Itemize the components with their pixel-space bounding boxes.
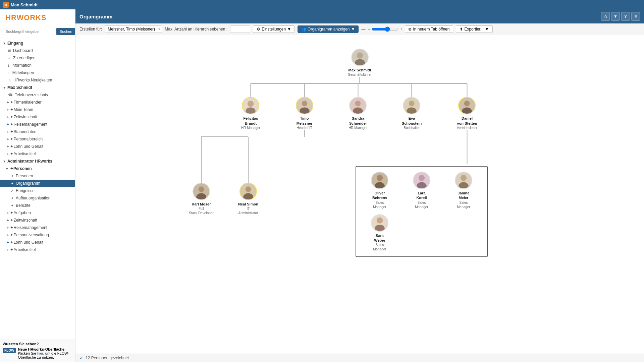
sidebar-section-eingang[interactable]: ▼ Eingang bbox=[0, 40, 75, 47]
org-node-eva[interactable]: EvaSchönstein Buchhalter bbox=[392, 97, 432, 130]
sidebar-item-mitteilungen[interactable]: □Mitteilungen bbox=[0, 69, 75, 76]
mein-team-icon: ✦ bbox=[10, 107, 13, 112]
org-node-oliver[interactable]: OliverBehrens SalesManager bbox=[361, 172, 398, 209]
org-node-lara[interactable]: LaraKorell SalesManager bbox=[403, 172, 440, 209]
svg-point-19 bbox=[199, 186, 204, 192]
sidebar-item-arbeitsmittel[interactable]: + ✦Arbeitsmittel bbox=[0, 150, 75, 158]
sidebar-item-lohn-gehalt[interactable]: + ✦Lohn und Gehalt bbox=[0, 143, 75, 150]
sidebar-item-hrworks-neuigkeiten[interactable]: ☆HRworks Neuigkeiten bbox=[0, 76, 75, 84]
org-node-felicitas[interactable]: FelicitasBrandt HR Manager bbox=[231, 97, 271, 130]
node-card-sandra[interactable]: SandraSchneider HR Manager bbox=[348, 97, 368, 130]
node-card-daniel[interactable]: Danielvon Stetten Vertriebsleiter bbox=[457, 97, 477, 130]
sidebar-subsection-personen[interactable]: ▼ ✦Personen bbox=[0, 165, 75, 172]
sidebar-item-reisemanagement-admin[interactable]: + ✦Reisemanagement bbox=[0, 224, 75, 231]
personalv-icon: ✦ bbox=[10, 233, 13, 237]
sidebar-item-aufgaben[interactable]: + ✦Aufgaben bbox=[0, 209, 75, 217]
max-arrow-icon: ▼ bbox=[3, 86, 6, 89]
node-card-lara[interactable]: LaraKorell SalesManager bbox=[413, 172, 430, 209]
avatar-neal bbox=[239, 183, 257, 200]
einstellungen-button[interactable]: ⚙ Einstellungen ▼ bbox=[253, 25, 295, 33]
personal-plus-icon: + bbox=[7, 137, 9, 141]
sidebar-item-lohn-gehalt-admin[interactable]: + ✦Lohn und Gehalt bbox=[0, 239, 75, 246]
zoom-slider[interactable] bbox=[372, 26, 398, 32]
sidebar-item-firmenkalender[interactable]: + ✦Firmenkalender bbox=[0, 99, 75, 106]
search-input[interactable] bbox=[3, 28, 55, 35]
node-title-oliver: SalesManager bbox=[373, 200, 386, 209]
node-card-neal[interactable]: Neal Simon ITAdministrator bbox=[238, 183, 258, 215]
lohn-icon: ✦ bbox=[10, 144, 13, 149]
org-node-timo[interactable]: TimoMeissner Head of IT bbox=[284, 97, 325, 130]
svg-point-28 bbox=[419, 175, 425, 181]
sidebar-item-zeitwirtschaft[interactable]: + ✦Zeitwirtschaft bbox=[0, 113, 75, 121]
node-card-karl[interactable]: Karl Moser FullStack Developer bbox=[189, 183, 213, 215]
flow-link[interactable]: hier bbox=[37, 351, 43, 355]
node-card-oliver[interactable]: OliverBehrens SalesManager bbox=[371, 172, 388, 209]
avatar-svg-sara bbox=[372, 214, 388, 232]
sidebar-subitem-aufbauorganisation[interactable]: ✦Aufbauorganisation bbox=[0, 194, 75, 202]
node-card-max[interactable]: Max Schmidt Geschäftsführer bbox=[348, 49, 372, 77]
node-name-sandra: SandraSchneider bbox=[349, 116, 367, 126]
org-node-janine[interactable]: JanineMeier SalesManager bbox=[445, 172, 482, 209]
avatar-sara bbox=[371, 214, 388, 232]
erstellen-label: Erstellen für: bbox=[79, 27, 102, 32]
node-card-eva[interactable]: EvaSchönstein Buchhalter bbox=[402, 97, 422, 130]
daniel-reports-group: OliverBehrens SalesManager bbox=[356, 166, 488, 257]
sidebar-item-reisemanagement[interactable]: + ✦Reisemanagement bbox=[0, 121, 75, 128]
search-button[interactable]: Suchen bbox=[56, 28, 75, 35]
sidebar-item-stammdaten[interactable]: + ✦Stammdaten bbox=[0, 128, 75, 135]
org-node-daniel[interactable]: Danielvon Stetten Vertriebsleiter bbox=[445, 97, 489, 130]
sidebar-item-telefonverzeichnis[interactable]: ☎Telefonverzeichnis bbox=[0, 91, 75, 99]
org-node-sandra[interactable]: SandraSchneider HR Manager bbox=[338, 97, 378, 130]
zoom-slider-group: − + bbox=[368, 26, 402, 32]
node-name-oliver: OliverBehrens bbox=[372, 191, 387, 200]
arbeit-admin-plus-icon: + bbox=[7, 248, 9, 252]
sidebar-item-personalbereich[interactable]: + ✦Personalbereich bbox=[0, 135, 75, 143]
node-card-sara[interactable]: SaraWeber SalesManager bbox=[371, 214, 388, 252]
sidebar-item-dashboard[interactable]: ⊞Dashboard bbox=[0, 47, 75, 54]
sidebar-subitem-ereignisse[interactable]: ✓Ereignisse bbox=[0, 187, 75, 194]
org-node-karl[interactable]: Karl Moser FullStack Developer bbox=[183, 183, 220, 215]
sidebar-section-max-schmidt[interactable]: ▼ Max Schmidt bbox=[0, 84, 75, 91]
personalv-plus-icon: + bbox=[7, 233, 9, 237]
new-tab-button[interactable]: ⧉ In neuem Tab öffnen bbox=[405, 25, 453, 33]
sidebar-subitem-organigramm[interactable]: ✦Organigramm bbox=[0, 180, 75, 187]
sidebar-item-zu-erledigen[interactable]: ✓Zu erledigen bbox=[0, 54, 75, 62]
menu-icon[interactable]: ≡ bbox=[631, 12, 640, 21]
dropdown-icon[interactable]: ▼ bbox=[611, 12, 620, 21]
sidebar-item-zeitwirtschaft-admin[interactable]: + ✦Zeitwirtschaft bbox=[0, 217, 75, 224]
aufgaben-icon: ✦ bbox=[10, 210, 13, 215]
sidebar-item-information[interactable]: ℹInformation bbox=[0, 62, 75, 69]
node-card-felicitas[interactable]: FelicitasBrandt HR Manager bbox=[241, 97, 260, 130]
mein-team-plus-icon: + bbox=[7, 108, 9, 112]
star-icon[interactable]: ☆ bbox=[601, 12, 610, 21]
flow-text: Neue HRworks-Oberfläche Klicken Sie hier… bbox=[18, 347, 72, 359]
flow-badge[interactable]: FLOW bbox=[3, 348, 16, 353]
export-button[interactable]: ⬆ Exportier... ▼ bbox=[456, 25, 492, 33]
org-node-neal[interactable]: Neal Simon ITAdministrator bbox=[230, 183, 267, 215]
organigramm-anzeigen-button[interactable]: 👥 Organigramm anzeigen ▼ bbox=[298, 25, 359, 33]
avatar-oliver bbox=[371, 172, 388, 189]
sidebar-item-mein-team[interactable]: + ✦Mein Team bbox=[0, 106, 75, 113]
node-card-janine[interactable]: JanineMeier SalesManager bbox=[455, 172, 472, 209]
erstellen-select[interactable]: Meissner, Timo (Meissner) bbox=[105, 25, 162, 33]
help-icon[interactable]: ? bbox=[621, 12, 630, 21]
zoom-minus-icon[interactable]: − bbox=[368, 27, 370, 32]
org-chart-canvas: Max Schmidt Geschäftsführer bbox=[75, 35, 644, 270]
org-node-sara[interactable]: SaraWeber SalesManager bbox=[361, 214, 398, 252]
flow-row: FLOW Neue HRworks-Oberfläche Klicken Sie… bbox=[3, 347, 72, 359]
org-canvas-container[interactable]: Max Schmidt Geschäftsführer bbox=[75, 35, 644, 354]
org-node-max[interactable]: Max Schmidt Geschäftsführer bbox=[341, 49, 378, 77]
svg-point-34 bbox=[377, 217, 383, 223]
header-icons: ☆ ▼ ? ≡ bbox=[601, 12, 640, 21]
node-card-timo[interactable]: TimoMeissner Head of IT bbox=[296, 97, 313, 130]
zeitwirtschaft-icon: ✦ bbox=[10, 115, 13, 119]
sidebar-section-admin[interactable]: ▼ Administrator HRworks bbox=[0, 158, 75, 165]
sidebar-subitem-personen[interactable]: ✦Personen bbox=[0, 172, 75, 180]
zoom-plus-icon[interactable]: + bbox=[400, 27, 402, 32]
svg-point-13 bbox=[409, 101, 415, 107]
sidebar-item-arbeitsmittel-admin[interactable]: + ✦Arbeitsmittel bbox=[0, 246, 75, 253]
admin-label: Administrator HRworks bbox=[7, 159, 52, 164]
sidebar-subitem-berichte[interactable]: ✦Berichte bbox=[0, 202, 75, 209]
sidebar-item-personalverwaltung[interactable]: + ✦Personalverwaltung bbox=[0, 231, 75, 239]
hierarchie-input[interactable] bbox=[230, 25, 250, 33]
